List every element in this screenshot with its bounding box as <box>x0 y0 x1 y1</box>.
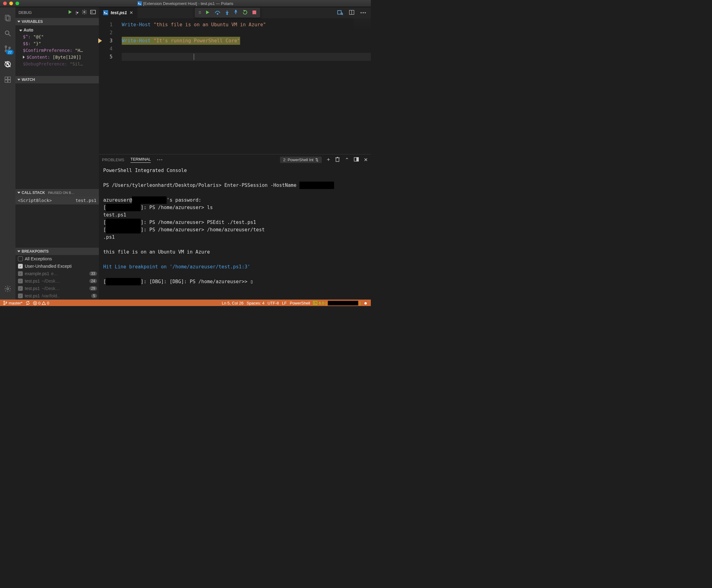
scm-badge: 22 <box>6 50 14 55</box>
drag-handle-icon[interactable]: ⠿ <box>198 10 201 15</box>
svg-point-18 <box>84 12 85 13</box>
callstack-frame[interactable]: <ScriptBlock> test.ps1 <box>16 196 99 205</box>
debug-config-picker[interactable]: |▾ <box>76 10 79 15</box>
checkbox-icon[interactable]: ✓ <box>18 264 23 269</box>
svg-rect-13 <box>5 77 7 79</box>
watch-section-header[interactable]: WATCH <box>16 76 99 83</box>
debug-toolbar[interactable]: ⠿ <box>195 8 260 18</box>
editor-group: test.ps1 ✕ ••• ⠿ <box>99 7 371 299</box>
svg-point-38 <box>4 301 5 302</box>
sync-icon[interactable] <box>26 301 30 305</box>
maximize-panel-icon[interactable]: ⌃ <box>345 157 349 163</box>
status-bar: master* 0 0 Ln 5, Col 26 Spaces: 4 UTF-8… <box>0 299 371 306</box>
svg-point-31 <box>236 10 237 11</box>
debug-console-icon[interactable] <box>90 10 96 15</box>
breakpoint-row[interactable]: ✓ test.ps1 /var/fold.. 5 <box>16 292 99 299</box>
breakpoint-row[interactable]: ✓ test.ps1 ~/Desk… 24 <box>16 277 99 285</box>
svg-rect-21 <box>105 13 107 14</box>
checkbox-icon[interactable]: ✓ <box>18 286 23 291</box>
breakpoint-row[interactable]: ✓ User-Unhandled Excepti <box>16 262 99 270</box>
variable-row[interactable]: $DebugPreference: "Sil… <box>17 61 97 67</box>
tab-problems[interactable]: PROBLEMS <box>102 158 124 162</box>
svg-point-39 <box>4 304 5 305</box>
find-in-editor-icon[interactable] <box>337 9 343 16</box>
breakpoints-section-header[interactable]: BREAKPOINTS <box>16 248 99 255</box>
checkbox-icon[interactable]: ✓ <box>18 278 23 284</box>
debug-icon[interactable] <box>0 57 16 72</box>
breakpoint-row[interactable]: All Exceptions <box>16 255 99 262</box>
start-debug-button[interactable] <box>68 9 73 16</box>
pause-reason: PAUSED ON B… <box>48 191 75 194</box>
svg-rect-0 <box>138 1 142 5</box>
git-branch[interactable]: master* <box>3 301 23 306</box>
more-actions-icon[interactable]: ••• <box>360 10 367 15</box>
kill-terminal-icon[interactable] <box>335 156 340 163</box>
svg-rect-33 <box>336 158 339 162</box>
variable-row[interactable]: $$: "}" <box>17 40 97 47</box>
line-gutter: 1 2 3 4 5 <box>99 18 114 154</box>
extensions-icon[interactable] <box>0 72 16 87</box>
checkbox-icon[interactable]: ✓ <box>18 293 23 298</box>
svg-point-6 <box>5 46 7 47</box>
minimap[interactable] <box>353 18 371 30</box>
indentation-status[interactable]: Spaces: 4 <box>247 301 265 306</box>
titlebar: [Extension Development Host] - test.ps1 … <box>0 0 371 7</box>
bottom-panel: PROBLEMS TERMINAL ••• 2: PowerShell Int … <box>99 154 371 299</box>
panel-more-icon[interactable]: ••• <box>157 158 163 162</box>
breakpoint-row[interactable]: ✓ test.ps1 ~/Desk… 29 <box>16 285 99 292</box>
split-editor-icon[interactable] <box>349 9 355 16</box>
explorer-icon[interactable] <box>0 10 16 26</box>
variable-row[interactable]: $ConfirmPreference: "H… <box>17 47 97 54</box>
debug-title: DEBUG <box>19 10 32 15</box>
step-into-button[interactable] <box>225 10 229 16</box>
checkbox-icon[interactable]: ✓ <box>18 271 23 276</box>
new-terminal-icon[interactable]: + <box>327 156 330 163</box>
current-instruction-pointer-icon <box>98 38 102 43</box>
svg-rect-37 <box>357 158 359 161</box>
cursor-position[interactable]: Ln 5, Col 26 <box>222 301 244 306</box>
svg-point-17 <box>7 288 9 290</box>
terminal[interactable]: PowerShell Integrated Console PS /Users/… <box>99 165 371 299</box>
svg-line-24 <box>342 14 343 15</box>
move-panel-icon[interactable] <box>354 157 359 163</box>
code-editor[interactable]: 1 2 3 4 5 Write-Host "this file is on an… <box>99 18 371 154</box>
callstack-section-header[interactable]: CALL STACK PAUSED ON B… <box>16 189 99 196</box>
svg-line-5 <box>9 34 11 36</box>
restart-button[interactable] <box>242 9 248 16</box>
stop-button[interactable] <box>252 10 257 16</box>
svg-point-4 <box>5 31 9 35</box>
close-panel-icon[interactable]: ✕ <box>364 157 368 163</box>
variables-section-header[interactable]: VARIABLES <box>16 18 99 25</box>
step-out-button[interactable] <box>233 10 238 16</box>
close-tab-icon[interactable]: ✕ <box>129 10 133 15</box>
variable-row[interactable]: $^: "@{" <box>17 33 97 40</box>
debug-settings-icon[interactable] <box>82 9 87 16</box>
search-icon[interactable] <box>0 26 16 41</box>
tab-test-ps1[interactable]: test.ps1 ✕ <box>99 7 138 18</box>
svg-point-29 <box>227 14 228 15</box>
settings-gear-icon[interactable] <box>0 281 16 296</box>
breakpoint-row[interactable]: ✓ example.ps1 e… 33 <box>16 270 99 277</box>
activity-bar: 22 <box>0 7 16 299</box>
svg-point-8 <box>9 47 11 49</box>
window-title: [Extension Development Host] - test.ps1 … <box>0 1 371 6</box>
powershell-version[interactable]: 6.0 [xxxxxxxxxxxxxxx] <box>313 301 360 306</box>
svg-rect-20 <box>103 10 108 15</box>
eol-status[interactable]: LF <box>282 301 287 306</box>
svg-point-27 <box>217 13 218 14</box>
encoding-status[interactable]: UTF-8 <box>268 301 279 306</box>
svg-rect-14 <box>8 77 11 79</box>
variable-row[interactable]: $Content: [Byte[120]] <box>17 54 97 61</box>
language-status[interactable]: PowerShell <box>290 301 310 306</box>
feedback-icon[interactable]: ☻ <box>363 301 368 306</box>
continue-button[interactable] <box>205 10 210 16</box>
svg-rect-22 <box>338 10 342 14</box>
source-control-icon[interactable]: 22 <box>0 41 16 57</box>
problems-status[interactable]: 0 0 <box>33 301 49 306</box>
terminal-selector[interactable]: 2: PowerShell Int ⇅ <box>280 156 322 163</box>
checkbox-icon[interactable] <box>18 256 23 261</box>
step-over-button[interactable] <box>215 10 221 16</box>
svg-rect-16 <box>8 80 11 82</box>
auto-scope[interactable]: Auto <box>17 26 97 33</box>
tab-terminal[interactable]: TERMINAL <box>130 157 151 163</box>
